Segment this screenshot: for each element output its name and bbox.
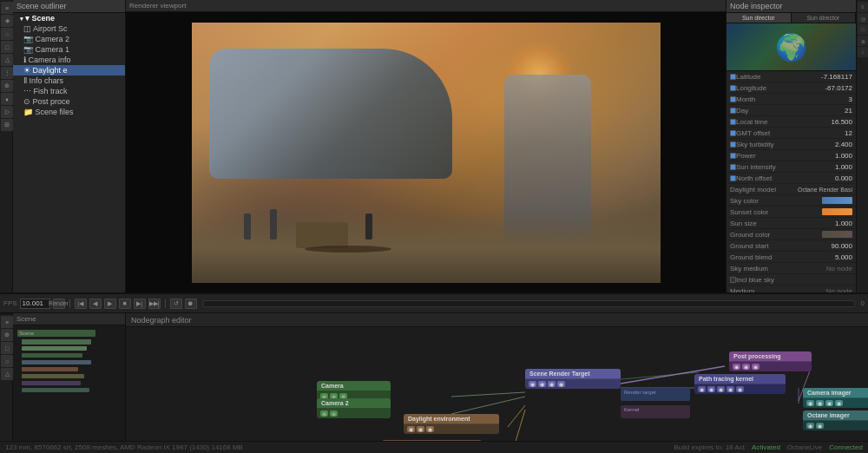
node-camera2[interactable]: Camera 2 ◉ ◉: [317, 398, 391, 418]
checkbox-month[interactable]: [730, 96, 736, 102]
right-toolbar-icon-1[interactable]: ≡: [858, 2, 868, 12]
fps-label: FPS: [3, 299, 17, 307]
node-daylight-env[interactable]: Daylight environment ◉ ◉ ◉: [404, 414, 499, 434]
activated-status: Activated: [752, 443, 780, 451]
skip-start-btn[interactable]: |◀: [75, 299, 87, 309]
svg-line-4: [508, 405, 525, 427]
checkbox-north[interactable]: [730, 175, 736, 181]
mini-bar-2: [22, 346, 87, 351]
tree-item-post-proc[interactable]: ⊙ Post proce: [13, 96, 125, 107]
status-bar: 123 mm, 8570662 srt, 2508 meshes, AMD Ra…: [0, 441, 868, 453]
checkbox-local-time[interactable]: [730, 119, 736, 125]
record-btn[interactable]: ⏺: [185, 299, 197, 309]
toolbar-icon-10[interactable]: ⊞: [1, 119, 13, 131]
svg-line-1: [451, 397, 525, 414]
loop-btn[interactable]: ↺: [170, 299, 182, 309]
ground-color-swatch[interactable]: [822, 231, 852, 238]
right-toolbar: ≡ ◎ □ ⊕ ↕: [856, 0, 868, 292]
svg-line-0: [451, 392, 525, 397]
node-daylight-env2[interactable]: Daylight environment 2 ◉ ◉ ◉: [382, 440, 482, 441]
checkbox-gmt[interactable]: [730, 130, 736, 136]
tree-item-daylight[interactable]: ☀ Daylight e: [13, 65, 125, 76]
node-post-processing[interactable]: Post processing ◉ ◉ ◉: [729, 351, 812, 371]
wheel-row: [305, 246, 391, 253]
node-camera-imager[interactable]: Camera imager ◉ ◉ ◉ ◉: [803, 388, 868, 408]
checkbox-latitude[interactable]: [730, 74, 736, 80]
ng-toolbar-2[interactable]: ⊕: [1, 329, 13, 341]
tree-item-airport[interactable]: ◫ Airport Sc: [13, 23, 125, 34]
toolbar-icon-6[interactable]: ⋮: [1, 67, 13, 79]
toolbar-icon-1[interactable]: ≡: [1, 2, 13, 14]
mini-bar-6: [22, 374, 84, 378]
tree-item-scene-files[interactable]: 📁 Scene files: [13, 107, 125, 117]
play-pause-btn[interactable]: ▶: [104, 299, 116, 309]
tree-item-fish-track[interactable]: ⋯ Fish track: [13, 86, 125, 96]
right-toolbar-icon-2[interactable]: ◎: [858, 13, 868, 23]
timeline-scrubber[interactable]: [203, 300, 855, 307]
ng-toolbar-4[interactable]: ○: [1, 355, 13, 367]
checkbox-incl-blue[interactable]: [730, 277, 736, 283]
prop-gmt-offset: GMT offset 12: [727, 128, 856, 139]
checkbox-sky-turbidity[interactable]: [730, 141, 736, 148]
sky-color-swatch[interactable]: [822, 197, 852, 204]
toolbar-icon-9[interactable]: ▷: [1, 106, 13, 118]
node-inspector-header: Node inspector: [727, 0, 856, 13]
tree-item-info-chars[interactable]: Ⅱ Info chars: [13, 76, 125, 86]
node-path-tracing[interactable]: Path tracing kernel ◉ ◉ ◉ ◉ ◉: [694, 374, 786, 394]
figure-1: [244, 213, 251, 240]
bottom-scene-area[interactable]: Scene: [13, 325, 125, 441]
svg-line-5: [512, 410, 525, 441]
node-extra-1[interactable]: Render target: [621, 388, 690, 401]
render-image: [192, 23, 661, 283]
toolbar-icon-7[interactable]: ⊕: [1, 80, 13, 92]
sunset-color-swatch[interactable]: [822, 208, 852, 215]
stop-btn[interactable]: ■: [119, 299, 131, 309]
node-inspector: Node inspector Sun director Sun director…: [726, 0, 856, 292]
checkbox-power[interactable]: [730, 153, 736, 159]
toolbar-icon-8[interactable]: ♦: [1, 93, 13, 105]
prop-sunset-color: Sunset color: [727, 207, 856, 218]
prop-latitude: Latitude -7.168117: [727, 71, 856, 82]
properties-scroll[interactable]: Latitude -7.168117 Longitude -67.0172 Mo…: [727, 71, 856, 292]
prev-btn[interactable]: ◀: [89, 299, 102, 309]
right-toolbar-icon-4[interactable]: ⊕: [858, 36, 868, 46]
right-toolbar-icon-5[interactable]: ↕: [858, 47, 868, 57]
node-extra-2[interactable]: Kernel: [621, 405, 690, 418]
toolbar-icon-4[interactable]: □: [1, 41, 13, 53]
connected-status: Connected: [829, 443, 863, 451]
tree-item-camera1[interactable]: 📷 Camera 1: [13, 44, 125, 55]
top-area: ≡ ◈ ○ □ △ ⋮ ⊕ ♦ ▷ ⊞ Scene outliner ▾ Sce…: [0, 0, 868, 292]
prop-longitude: Longitude -67.0172: [727, 82, 856, 94]
world-map[interactable]: [727, 23, 856, 71]
ng-toolbar-3[interactable]: □: [1, 342, 13, 354]
tree-item-camera2[interactable]: 📷 Camera 2: [13, 34, 125, 44]
prop-medium: Medium No node: [727, 286, 856, 292]
tree-item-scene[interactable]: ▾ Scene: [13, 13, 125, 23]
prop-local-time: Local time 16.500: [727, 116, 856, 128]
node-scene-render-target[interactable]: Scene Render Target ◉ ◉ ◉ ◉: [525, 369, 621, 389]
checkbox-longitude[interactable]: [730, 85, 736, 91]
center-panel: Renderer viewport: [126, 0, 726, 292]
toolbar-icon-3[interactable]: ○: [1, 28, 13, 40]
tab-daylight-recur[interactable]: Sun director: [792, 13, 857, 23]
fps-input[interactable]: [20, 299, 50, 309]
figure-3: [365, 213, 372, 240]
play-btn[interactable]: Render: [53, 299, 65, 309]
skip-end-btn[interactable]: ▶▶|: [148, 299, 161, 309]
toolbar-icon-2[interactable]: ◈: [1, 15, 13, 27]
timeline-controls: FPS Render |◀ ◀ ▶ ■ ▶| ▶▶| ↺ ⏺ 0: [0, 294, 868, 313]
nodegraph-area[interactable]: Nodegraph editor: [126, 313, 868, 441]
prop-month: Month 3: [727, 94, 856, 105]
tab-sun-director[interactable]: Sun director: [727, 13, 792, 23]
nodegraph-canvas[interactable]: Camera ◉ ◉ ◉ Camera 2 ◉: [126, 327, 868, 441]
viewport-area[interactable]: [126, 12, 726, 292]
toolbar-icon-5[interactable]: △: [1, 54, 13, 66]
checkbox-day[interactable]: [730, 108, 736, 114]
right-toolbar-icon-3[interactable]: □: [858, 24, 868, 35]
ng-toolbar-5[interactable]: △: [1, 368, 13, 380]
checkbox-sun-intensity[interactable]: [730, 164, 736, 170]
ng-toolbar-1[interactable]: ≡: [1, 316, 13, 328]
next-btn[interactable]: ▶|: [134, 299, 146, 309]
tree-item-camera-info[interactable]: ℹ Camera info: [13, 55, 125, 65]
node-octane-imager[interactable]: Octane imager ◉ ◉: [803, 410, 868, 430]
